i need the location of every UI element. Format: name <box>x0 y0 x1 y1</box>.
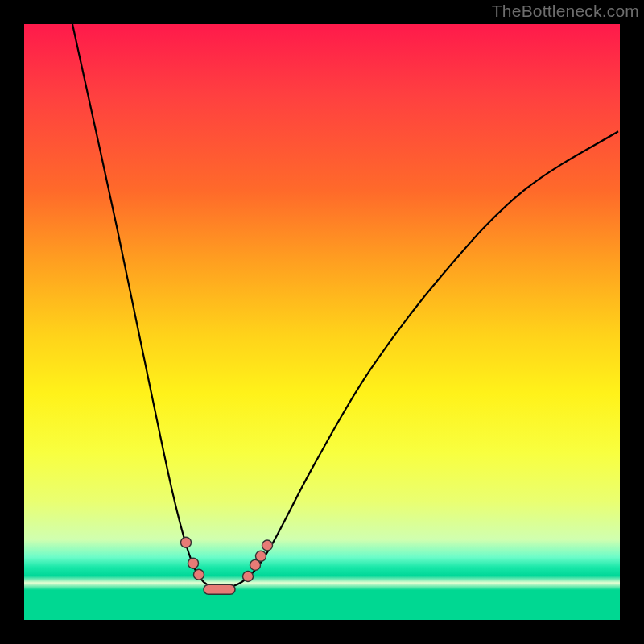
data-marker <box>256 551 266 561</box>
data-marker <box>194 569 204 580</box>
trough-marker-pill <box>204 584 235 594</box>
curve-right <box>221 131 618 590</box>
data-marker <box>188 558 199 568</box>
data-marker <box>181 537 192 547</box>
plot-area <box>24 24 620 620</box>
data-marker <box>243 571 254 581</box>
curve-left <box>72 24 221 590</box>
data-marker <box>262 540 273 551</box>
markers-right <box>243 540 273 581</box>
markers-left <box>181 537 204 580</box>
chart-frame: TheBottleneck.com <box>0 0 644 644</box>
chart-svg <box>24 24 620 620</box>
watermark-label: TheBottleneck.com <box>492 2 639 21</box>
